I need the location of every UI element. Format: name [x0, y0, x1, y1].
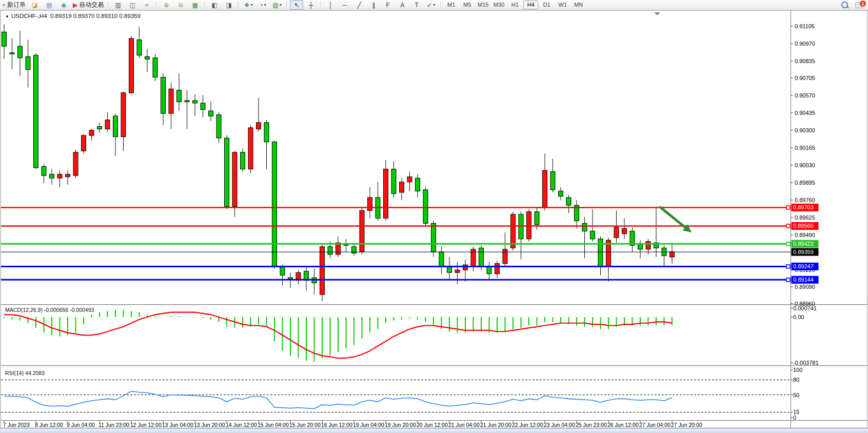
candle-body [328, 247, 332, 254]
toolbar-separator [320, 2, 321, 9]
candle-body [391, 169, 396, 194]
auto-scroll-button[interactable]: ◧ [208, 0, 221, 10]
candle-body [360, 210, 364, 252]
macd-axis-label: 0.000741 [793, 305, 817, 311]
price-tick-label: 0.90570 [795, 92, 815, 99]
candlestick-chart-button[interactable]: ◫ [126, 0, 139, 10]
tile-windows-button[interactable]: ▦ [188, 0, 202, 10]
candlestick-chart-icon: ◫ [130, 2, 135, 8]
time-tick-label: 11 Jun 23:00 [98, 422, 129, 428]
line-chart-button[interactable]: ≈ [140, 0, 153, 10]
price-tick-label: 0.91105 [795, 23, 815, 29]
candle-body [622, 229, 627, 234]
level-line-anchor-square[interactable] [786, 224, 790, 228]
timeframe-m15-button[interactable]: M15 [476, 1, 490, 9]
new-chart-button[interactable]: ❖▾ [242, 0, 255, 10]
timeframe-m5-button[interactable]: M5 [460, 1, 475, 9]
level-line-anchor-square[interactable] [786, 206, 790, 209]
auto-scroll-icon: ◧ [212, 2, 218, 8]
candle-body [145, 56, 150, 59]
styler-bucket-button[interactable]: ◪ [28, 0, 42, 10]
timeframe-m30-button[interactable]: M30 [491, 1, 506, 9]
candle-body [559, 191, 563, 196]
zoom-in-icon: ⊕ [164, 2, 169, 8]
toolbar-separator [156, 2, 157, 9]
new-chart-icon: ❖ [244, 2, 250, 8]
auto-trading-button[interactable]: ▶自动交易 [71, 0, 105, 10]
chart-shift-button[interactable]: ◨ [222, 0, 235, 10]
candle-body [73, 152, 78, 175]
period-clock-button[interactable]: ◔▾ [256, 0, 269, 10]
trendline-icon: ╱ [358, 2, 361, 8]
price-tick-label: 0.90970 [795, 41, 815, 47]
timeframe-d1-button[interactable]: D1 [539, 1, 554, 9]
candle-body [423, 190, 428, 224]
text-label-icon: T [415, 2, 419, 8]
styler-bucket-icon: ◪ [32, 2, 37, 8]
candle-body [455, 270, 460, 272]
timeframe-mn-button[interactable]: MN [571, 1, 586, 9]
chevron-down-icon: ▾ [264, 3, 266, 7]
cursor-button[interactable]: ↖ [290, 0, 303, 10]
chart-canvas[interactable]: 0.911050.909700.908350.907050.905700.904… [0, 10, 868, 433]
new-order-icon: + [2, 2, 6, 8]
rsi-axis-label: 100 [793, 367, 802, 373]
vertical-line-icon: │ [329, 2, 333, 8]
indicators-icon: ▧ [273, 2, 279, 8]
timeframe-w1-button[interactable]: W1 [555, 1, 570, 9]
price-badge-value: 0.89359 [793, 249, 814, 255]
signals-button[interactable]: ◉ [57, 0, 70, 10]
trendline-button[interactable]: ╱ [352, 0, 366, 10]
toolbar-separator [204, 2, 205, 9]
candle-body [216, 115, 221, 138]
price-badge-value: 0.89703 [793, 204, 814, 210]
time-tick-label: 7 Jun 2023 [3, 422, 30, 428]
line-chart-icon: ≈ [145, 2, 149, 8]
price-tick-label: 0.89090 [795, 284, 815, 290]
candle-body [193, 101, 198, 103]
candle-body [638, 244, 643, 249]
timeframe-h1-button[interactable]: H1 [507, 1, 522, 9]
profiles-button[interactable]: ▤ [43, 0, 56, 10]
level-line-anchor-square[interactable] [786, 265, 790, 268]
candle-body [590, 231, 595, 239]
zoom-out-button[interactable]: ⊖ [174, 0, 187, 10]
candle-body [264, 123, 269, 142]
vertical-line-button[interactable]: │ [324, 0, 337, 10]
candle-body [566, 198, 571, 205]
level-line-anchor-square[interactable] [786, 242, 790, 246]
price-tick-label: 0.90705 [795, 75, 815, 81]
horizontal-line-button[interactable]: ─ [338, 0, 351, 10]
toolbar-separator [238, 2, 239, 9]
arrows-button[interactable]: ✓▾ [424, 0, 438, 10]
candle-body [416, 178, 420, 191]
candle-body [272, 142, 277, 266]
macd-axis-label: -0.003781 [793, 360, 819, 366]
timeframe-h4-button[interactable]: H4 [523, 1, 538, 9]
candle-body [66, 174, 70, 177]
indicators-button[interactable]: ▧▾ [270, 0, 284, 10]
level-line-anchor-square[interactable] [786, 278, 790, 282]
candle-body [50, 174, 54, 179]
chat-icon[interactable]: 1 [855, 2, 863, 8]
candle-body [34, 55, 38, 168]
price-tick-label: 0.90835 [795, 58, 815, 64]
crosshair-icon: ┼ [309, 2, 313, 8]
candle-body [463, 265, 468, 270]
new-order-button[interactable]: +新订单 [1, 0, 27, 10]
candle-body [201, 103, 205, 110]
zoom-in-button[interactable]: ⊕ [160, 0, 173, 10]
arrows-icon: ✓ [427, 2, 432, 8]
search-icon[interactable] [841, 2, 848, 8]
text-button[interactable]: A [396, 0, 409, 10]
bar-chart-button[interactable]: ▥ [111, 0, 125, 10]
auto-trading-label: 自动交易 [79, 1, 104, 9]
equidistant-channel-button[interactable]: ∥ [367, 0, 380, 10]
text-label-button[interactable]: T [410, 0, 423, 10]
timeframe-m1-button[interactable]: M1 [444, 1, 459, 9]
candle-body [18, 46, 23, 58]
price-tick-label: 0.89490 [795, 232, 815, 238]
candle-body [10, 53, 14, 54]
crosshair-button[interactable]: ┼ [304, 0, 318, 10]
fibonacci-button[interactable]: F [381, 0, 394, 10]
